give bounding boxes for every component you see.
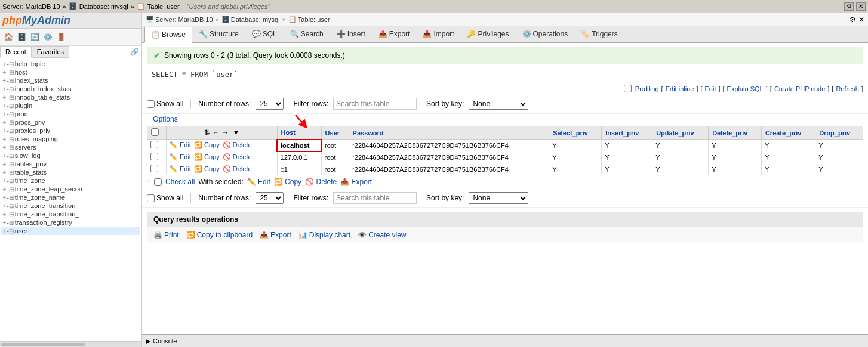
exit-icon[interactable]: 🚪 xyxy=(55,31,67,43)
profiling-checkbox[interactable] xyxy=(624,85,632,92)
sidebar: phpMyAdmin 🏠 🗄️ 🔄 ⚙️ 🚪 Recent Favorites … xyxy=(0,13,142,347)
with-selected-copy[interactable]: 🔁 Copy xyxy=(274,178,301,186)
th-create-priv[interactable]: Create_priv xyxy=(761,126,815,140)
settings-button[interactable]: ⚙ xyxy=(844,2,854,11)
th-host[interactable]: Host xyxy=(277,126,321,140)
copy-row-1[interactable]: 🔁 Copy xyxy=(194,153,220,160)
tree-item-innodb_table_stats[interactable]: +-⊟ innodb_table_stats xyxy=(1,93,140,101)
qro-print[interactable]: 🖨️ Print xyxy=(153,231,179,239)
copy-row-2[interactable]: 🔁 Copy xyxy=(194,165,220,172)
tree-item-tables_priv[interactable]: +-⊟ tables_priv xyxy=(1,160,140,168)
tree-item-roles_mapping[interactable]: +-⊟ roles_mapping xyxy=(1,135,140,143)
tree-item-innodb_index_stats[interactable]: +-⊟ innodb_index_stats xyxy=(1,85,140,93)
select-all-checkbox[interactable] xyxy=(151,128,159,136)
search-input-bottom[interactable] xyxy=(333,192,417,204)
tree-item-time_zone_transition_[interactable]: +-⊟ time_zone_transition_ xyxy=(1,210,140,218)
show-all-checkbox[interactable] xyxy=(147,100,155,108)
copy-row-0[interactable]: 🔁 Copy xyxy=(194,141,220,148)
tab-import[interactable]: 📥 Import xyxy=(416,26,460,42)
tree-item-transaction_registry[interactable]: +-⊟ transaction_registry xyxy=(1,218,140,227)
db-icon-sidebar[interactable]: 🗄️ xyxy=(16,31,27,43)
row-checkbox-2[interactable] xyxy=(150,165,158,172)
th-update-priv[interactable]: Update_priv xyxy=(652,126,709,140)
tree-item-time_zone_transition[interactable]: +-⊟ time_zone_transition xyxy=(1,202,140,210)
tree-item-servers[interactable]: +-⊟ servers xyxy=(1,143,140,151)
num-rows-select-top[interactable]: 25 50 100 xyxy=(256,98,284,110)
th-delete-priv[interactable]: Delete_priv xyxy=(709,126,762,140)
close-button[interactable]: ✕ xyxy=(856,2,866,11)
tree-item-time_zone[interactable]: +-⊟ time_zone xyxy=(1,176,140,185)
refresh-icon[interactable]: 🔄 xyxy=(29,31,41,43)
row-checkbox-1[interactable] xyxy=(150,153,158,160)
edit-row-1[interactable]: ✏️ Edit xyxy=(170,153,191,160)
qro-create-view[interactable]: 👁️ Create view xyxy=(358,231,406,239)
tree-item-time_zone_leap[interactable]: +-⊟ time_zone_leap_secon xyxy=(1,185,140,193)
tree-item-user[interactable]: +-⊟ user xyxy=(1,227,140,235)
tab-operations[interactable]: ⚙️ Operations xyxy=(516,26,575,42)
tab-triggers[interactable]: 🏷️ Triggers xyxy=(574,26,624,42)
edit-inline-link[interactable]: Edit inline xyxy=(666,85,694,92)
title-sep1: » xyxy=(63,3,66,10)
th-drop-priv[interactable]: Drop_priv xyxy=(815,126,863,140)
tree-item-time_zone_name[interactable]: +-⊟ time_zone_name xyxy=(1,193,140,202)
tab-privileges[interactable]: 🔑 Privileges xyxy=(460,26,515,42)
sort-by-key-label: Sort by key: xyxy=(426,100,464,108)
tree-item-host[interactable]: +-⊟ host xyxy=(1,68,140,76)
tab-sql[interactable]: 💬 SQL xyxy=(245,26,284,42)
show-all-checkbox-bottom[interactable] xyxy=(147,194,155,202)
console-bar[interactable]: ▶ Console xyxy=(142,334,868,347)
edit-row-2[interactable]: ✏️ Edit xyxy=(170,165,191,172)
qro-export[interactable]: 📤 Export xyxy=(260,231,291,239)
th-select-priv[interactable]: Select_priv xyxy=(549,126,602,140)
explain-sql-link[interactable]: Explain SQL xyxy=(727,85,764,92)
sort-key-select-top[interactable]: None xyxy=(469,98,528,110)
with-selected-export[interactable]: 📤 Export xyxy=(340,178,372,186)
options-text: + Options xyxy=(147,115,178,123)
tab-structure[interactable]: 🔧 Structure xyxy=(192,26,245,42)
th-insert-priv[interactable]: Insert_priv xyxy=(602,126,652,140)
check-all-link[interactable]: Check all xyxy=(165,178,195,186)
num-rows-select-bottom[interactable]: 25 50 100 xyxy=(256,192,284,204)
delete-row-1[interactable]: 🚫 Delete xyxy=(223,153,252,160)
tab-browse[interactable]: 📋 Browse xyxy=(144,27,192,43)
tab-favorites[interactable]: Favorites xyxy=(32,46,69,58)
tree-item-table_stats[interactable]: +-⊟ table_stats xyxy=(1,168,140,176)
search-input-top[interactable] xyxy=(333,98,417,110)
create-php-link[interactable]: Create PHP code xyxy=(774,85,825,92)
edit-link[interactable]: Edit xyxy=(705,85,716,92)
with-selected-delete[interactable]: 🚫 Delete xyxy=(305,178,337,186)
qro-copy-clipboard[interactable]: 🔁 Copy to clipboard xyxy=(186,231,253,239)
tree-item-proc[interactable]: +-⊟ proc xyxy=(1,110,140,118)
home-icon[interactable]: 🏠 xyxy=(2,31,14,43)
delete-row-2[interactable]: 🚫 Delete xyxy=(223,165,252,172)
tree-item-proxies_priv[interactable]: +-⊟ proxies_priv xyxy=(1,126,140,135)
data-table: ⇅ ← → ▼ Host xyxy=(147,126,863,175)
gear-icon[interactable]: ⚙ xyxy=(849,16,856,24)
tree-item-index_stats[interactable]: +-⊟ index_stats xyxy=(1,76,140,85)
settings-icon[interactable]: ⚙️ xyxy=(42,31,54,43)
tab-insert[interactable]: ➕ Insert xyxy=(330,26,372,42)
check-all-bottom-checkbox[interactable] xyxy=(154,178,162,186)
tab-export[interactable]: 📤 Export xyxy=(372,26,417,42)
th-user[interactable]: User xyxy=(321,126,349,140)
delete-row-0[interactable]: 🚫 Delete xyxy=(223,141,252,148)
sidebar-scrollbar[interactable] xyxy=(0,341,141,347)
options-row[interactable]: + Options xyxy=(142,114,868,126)
tree-item-plugin[interactable]: +-⊟ plugin xyxy=(1,101,140,110)
tab-search[interactable]: 🔍 Search xyxy=(284,26,330,42)
logo[interactable]: phpMyAdmin xyxy=(2,14,70,27)
with-selected-label: With selected: xyxy=(198,178,243,186)
tab-recent[interactable]: Recent xyxy=(0,46,32,58)
sort-key-select-bottom[interactable]: None xyxy=(469,192,528,204)
tree-item-procs_priv[interactable]: +-⊟ procs_priv xyxy=(1,118,140,126)
qro-display-chart[interactable]: 📊 Display chart xyxy=(298,231,350,239)
tree-item-slow_log[interactable]: +-⊟ slow_log xyxy=(1,151,140,160)
with-selected-edit[interactable]: ✏️ Edit xyxy=(247,178,270,186)
edit-row-0[interactable]: ✏️ Edit xyxy=(170,141,191,148)
close-icon[interactable]: ✕ xyxy=(858,16,864,24)
refresh-link[interactable]: Refresh xyxy=(836,85,859,92)
tree-item-help_topic[interactable]: +-⊟ help_topic xyxy=(1,60,140,68)
row-checkbox-0[interactable] xyxy=(150,141,158,148)
profiling-link[interactable]: Profiling xyxy=(635,85,659,92)
th-password[interactable]: Password xyxy=(349,126,549,140)
